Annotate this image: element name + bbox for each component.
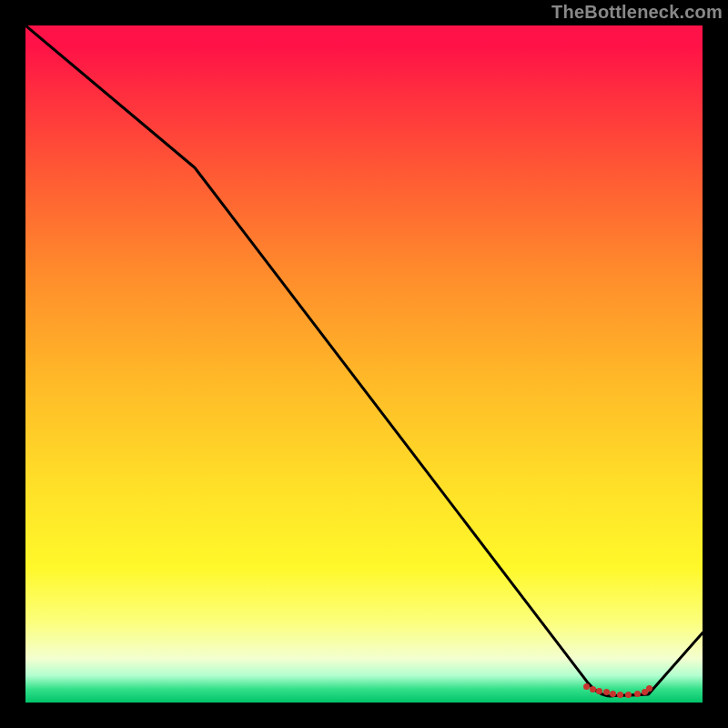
trough-marker [610,691,616,697]
plot-area [25,25,703,703]
trough-marker [596,688,602,694]
watermark-text: TheBottleneck.com [551,2,723,23]
chart-frame: TheBottleneck.com [0,0,728,728]
curve-path [25,25,703,696]
trough-marker [625,692,632,698]
trough-marker [603,689,610,695]
trough-marker [617,692,623,698]
trough-marker [646,685,652,692]
trough-marker [634,691,641,697]
trough-marker [583,683,590,690]
trough-marker [590,686,596,693]
trough-marker [642,689,648,695]
bottleneck-curve [25,25,703,703]
